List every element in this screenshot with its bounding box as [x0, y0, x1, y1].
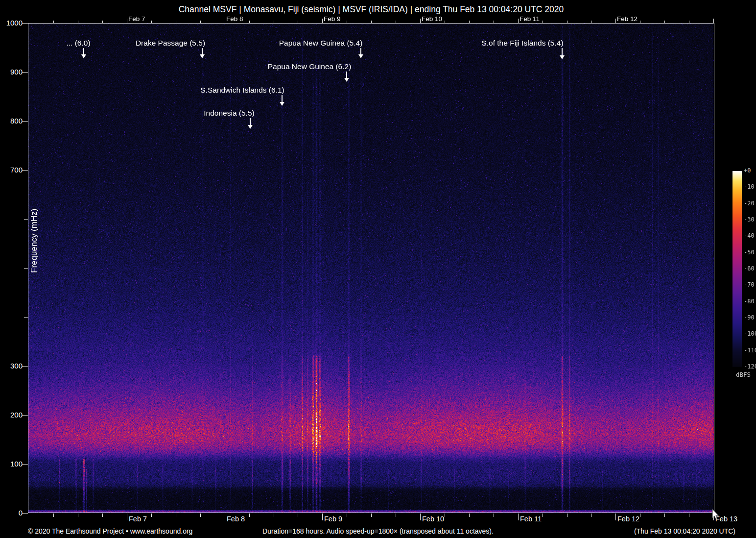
top-axis-label: Feb 8 — [226, 15, 243, 23]
bottom-axis-minor-tick — [543, 514, 543, 517]
colorbar-tick-label: -30 — [744, 216, 755, 223]
bottom-axis-label: Feb 12 — [617, 515, 639, 523]
bottom-axis-minor-tick — [689, 514, 689, 517]
top-axis-minor-tick — [494, 21, 494, 23]
colorbar-tick-label: -120 — [744, 363, 756, 370]
y-axis-major-tick — [22, 121, 28, 122]
top-axis-minor-tick — [102, 21, 103, 23]
bottom-axis-major-tick — [225, 514, 225, 520]
top-axis-minor-tick — [396, 21, 396, 23]
mouse-cursor-icon — [709, 508, 722, 523]
top-axis-major-tick — [322, 19, 323, 23]
top-axis-minor-tick — [347, 21, 347, 23]
y-axis-minor-tick — [24, 268, 28, 269]
event-annotation-label: ... (6.0) — [66, 39, 90, 48]
y-axis-major-tick — [22, 170, 28, 171]
bottom-axis-major-tick — [518, 514, 519, 520]
event-annotation-label: S.of the Fiji Islands (5.4) — [481, 39, 563, 48]
colorbar-tick-label: -80 — [744, 298, 755, 305]
bottom-axis-major-tick — [615, 514, 616, 520]
colorbar-tick-label: -50 — [744, 249, 755, 256]
colorbar-tick-label: -100 — [744, 330, 756, 337]
colorbar-tick-label: -70 — [744, 281, 755, 288]
top-axis-minor-tick — [298, 21, 298, 23]
bottom-axis-major-tick — [420, 514, 421, 520]
top-axis-minor-tick — [567, 21, 567, 23]
bottom-axis-minor-tick — [200, 514, 201, 517]
event-annotation-arrow-head — [200, 54, 205, 58]
y-axis-label: 1000 — [0, 19, 23, 27]
top-axis-major-tick — [127, 19, 127, 23]
top-axis-major-tick — [225, 19, 225, 23]
y-axis-label: 100 — [0, 460, 23, 468]
spectrogram-page: Channel MSVF | Monasavu, Fiji (seismic) … — [0, 0, 756, 538]
top-axis-label: Feb 10 — [422, 15, 442, 23]
y-axis-label: 200 — [0, 411, 23, 419]
top-axis-major-tick — [615, 19, 616, 23]
event-annotation-label: Papua New Guinea (6.2) — [268, 62, 352, 71]
colorbar-tick-label: +0 — [744, 167, 751, 174]
bottom-axis-label: Feb 7 — [129, 515, 147, 523]
top-axis-minor-tick — [640, 21, 640, 23]
footer-end-time: (Thu Feb 13 00:04:20 2020 UTC) — [634, 527, 735, 535]
top-axis-minor-tick — [53, 21, 54, 23]
bottom-axis-minor-tick — [151, 514, 152, 517]
y-axis-label: 900 — [0, 68, 23, 76]
top-axis-minor-tick — [274, 21, 274, 23]
top-axis-minor-tick — [78, 21, 78, 23]
colorbar-tick-label: -90 — [744, 314, 755, 321]
bottom-axis-minor-tick — [102, 514, 103, 517]
y-axis-major-tick — [22, 23, 28, 24]
event-annotation-arrow-head — [560, 55, 565, 59]
event-annotation-label: S.Sandwich Islands (6.1) — [200, 86, 284, 95]
y-axis-label: 0 — [0, 509, 23, 517]
y-axis-title: Frequency (mHz) — [29, 209, 39, 273]
top-axis-minor-tick — [151, 21, 152, 23]
page-title: Channel MSVF | Monasavu, Fiji (seismic) … — [28, 4, 714, 15]
y-axis-major-tick — [22, 464, 28, 465]
event-annotation-arrow-head — [344, 78, 349, 82]
y-axis-label: 300 — [0, 362, 23, 370]
bottom-axis-major-tick — [127, 514, 127, 520]
top-axis-minor-tick — [664, 21, 665, 23]
top-axis-label: Feb 11 — [520, 15, 540, 23]
event-annotation-arrow-line — [202, 48, 203, 55]
event-annotation-arrow-line — [346, 72, 347, 78]
bottom-axis-minor-tick — [371, 514, 372, 517]
top-axis-minor-tick — [371, 21, 372, 23]
colorbar-tick-label: -40 — [744, 232, 755, 239]
bottom-axis-minor-tick — [249, 514, 250, 517]
event-annotation-arrow-line — [282, 95, 283, 102]
y-axis-major-tick — [22, 72, 28, 73]
event-annotation-arrow-head — [280, 102, 284, 106]
event-annotation-label: Papua New Guinea (5.4) — [279, 39, 363, 48]
y-axis-major-tick — [22, 366, 28, 367]
colorbar — [732, 171, 742, 367]
bottom-axis-label: Feb 11 — [520, 515, 542, 523]
top-axis-minor-tick — [689, 21, 689, 23]
event-annotation-label: Indonesia (5.5) — [204, 109, 254, 118]
event-annotation-arrow-head — [81, 54, 86, 58]
colorbar-tick-label: -60 — [744, 265, 755, 272]
colorbar-tick-label: -110 — [744, 347, 756, 354]
y-axis-major-tick — [22, 513, 28, 514]
bottom-axis-minor-tick — [53, 514, 54, 517]
bottom-axis-minor-tick — [274, 514, 274, 517]
bottom-axis-minor-tick — [591, 514, 591, 517]
event-annotation-arrow-head — [358, 54, 363, 58]
bottom-axis-minor-tick — [176, 514, 176, 517]
colorbar-tick-label: -10 — [744, 183, 755, 190]
top-axis-minor-tick — [249, 21, 250, 23]
y-axis-label: 700 — [0, 166, 23, 174]
colorbar-unit-label: dBFS — [732, 371, 754, 378]
event-annotation-arrow-line — [562, 48, 563, 56]
bottom-axis-major-tick — [322, 514, 323, 520]
bottom-axis-minor-tick — [494, 514, 494, 517]
event-annotation-arrow-line — [250, 118, 251, 125]
bottom-axis-label: Feb 8 — [227, 515, 245, 523]
event-annotation-arrow-line — [83, 48, 84, 55]
event-annotation-arrow-head — [248, 125, 253, 129]
colorbar-tick-label: -20 — [744, 200, 755, 207]
top-axis-label: Feb 12 — [617, 15, 638, 23]
top-axis-label: Feb 7 — [128, 15, 145, 23]
